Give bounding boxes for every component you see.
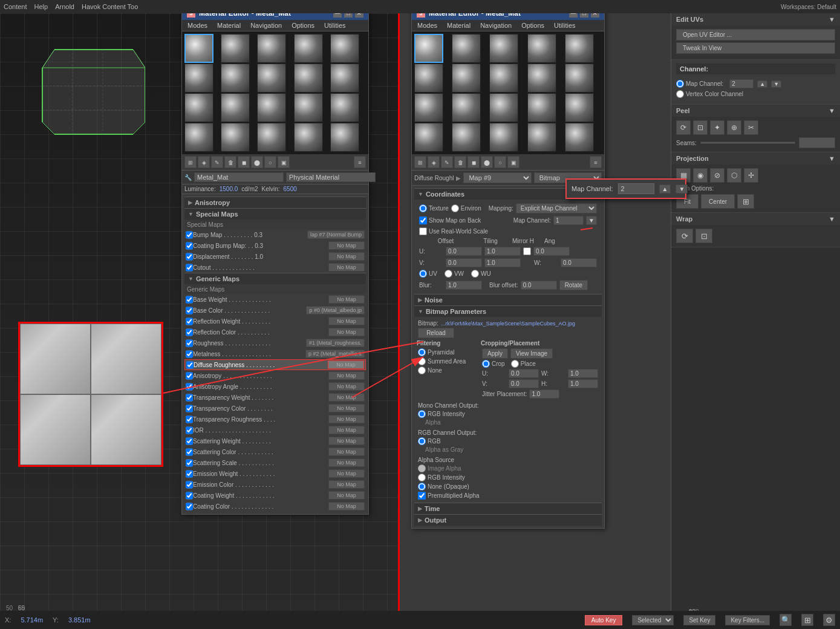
- rsphere-5[interactable]: [565, 34, 594, 63]
- diffuse-roughness-check[interactable]: [186, 361, 194, 369]
- rsphere-18[interactable]: [489, 123, 518, 152]
- coating-weight-check[interactable]: [186, 492, 193, 500]
- tb-btn-7[interactable]: ○: [264, 156, 276, 168]
- premultiplied-check[interactable]: [418, 492, 426, 500]
- sphere-9[interactable]: [294, 64, 323, 93]
- metalness-btn[interactable]: p #2 (Metal_metallic.It: [305, 350, 365, 358]
- rsphere-15[interactable]: [565, 93, 594, 122]
- rotate-btn[interactable]: Rotate: [559, 280, 588, 290]
- tb-btn-options[interactable]: ≡: [354, 156, 366, 168]
- summed-area-radio[interactable]: [418, 357, 426, 365]
- peel-icon-5[interactable]: ✂: [744, 120, 758, 135]
- map-channel-popup-down[interactable]: ▼: [676, 184, 688, 194]
- rsphere-1[interactable]: [414, 34, 443, 63]
- base-color-btn[interactable]: p #0 (Metal_albedo.jp: [306, 306, 365, 314]
- tb-btn-2[interactable]: ◈: [198, 156, 210, 168]
- image-alpha-radio[interactable]: [418, 464, 426, 472]
- map-channel-input[interactable]: [553, 216, 584, 225]
- rsphere-9[interactable]: [527, 64, 556, 93]
- proj-icon-4[interactable]: ⬡: [727, 168, 741, 183]
- noise-section-header[interactable]: ▶ Noise: [414, 294, 602, 305]
- sphere-12[interactable]: [221, 93, 250, 122]
- menu-modes-right[interactable]: Modes: [415, 21, 439, 30]
- sphere-6[interactable]: [184, 64, 213, 93]
- scatter-scale-check[interactable]: [186, 459, 193, 467]
- menu-options-left[interactable]: Options: [290, 21, 316, 30]
- rgb-intensity-radio[interactable]: [418, 410, 426, 418]
- cp-w-input[interactable]: [568, 369, 598, 378]
- rsphere-16[interactable]: [414, 123, 443, 152]
- wrap-icon-2[interactable]: ⊡: [695, 229, 712, 243]
- apply-btn[interactable]: Apply: [482, 348, 508, 359]
- menu-material-left[interactable]: Material: [215, 21, 243, 30]
- coating-bump-check[interactable]: [186, 242, 193, 250]
- center-btn[interactable]: Center: [701, 194, 735, 209]
- vw-radio[interactable]: [444, 270, 452, 278]
- rsphere-14[interactable]: [527, 93, 556, 122]
- peel-icon-1[interactable]: ⟳: [676, 120, 691, 135]
- rsphere-12[interactable]: [452, 93, 481, 122]
- edit-uvs-header[interactable]: Edit UVs ▼: [671, 13, 840, 25]
- blur-offset-input[interactable]: [521, 281, 557, 290]
- rsphere-3[interactable]: [489, 34, 518, 63]
- u-angle-input[interactable]: [533, 247, 570, 256]
- refl-weight-check[interactable]: [186, 318, 193, 325]
- rtb-btn-7[interactable]: ○: [494, 156, 506, 168]
- trans-color-check[interactable]: [186, 405, 193, 412]
- menu-arnold[interactable]: Arnold: [55, 3, 74, 10]
- sphere-11[interactable]: [184, 93, 213, 122]
- v-tiling-input[interactable]: [484, 258, 521, 267]
- tb-btn-6[interactable]: ⬤: [251, 156, 263, 168]
- emission-weight-btn[interactable]: No Map: [328, 469, 365, 478]
- wrap-icon-1[interactable]: ⟳: [676, 229, 693, 243]
- none-opaque-radio[interactable]: [418, 483, 426, 490]
- menu-help[interactable]: Help: [34, 3, 48, 10]
- map-channel-dropdown-btn[interactable]: ▼: [586, 216, 597, 225]
- ior-btn[interactable]: No Map: [328, 426, 365, 434]
- rsphere-10[interactable]: [565, 64, 594, 93]
- map-channel-popup-up[interactable]: ▲: [659, 184, 671, 194]
- peel-icon-4[interactable]: ⊕: [727, 120, 741, 135]
- cp-h-input[interactable]: [568, 379, 598, 388]
- anisotropy-angle-check[interactable]: [186, 383, 193, 391]
- anisotropy-map-check[interactable]: [186, 372, 193, 380]
- reload-btn[interactable]: Reload: [418, 328, 454, 338]
- real-world-check[interactable]: [419, 227, 427, 235]
- cutout-btn[interactable]: No Map: [328, 263, 365, 272]
- trans-color-btn[interactable]: No Map: [328, 404, 365, 412]
- roughness-check[interactable]: [186, 339, 193, 347]
- cp-v-input[interactable]: [509, 379, 539, 388]
- sphere-18[interactable]: [257, 123, 286, 152]
- rsphere-4[interactable]: [527, 34, 556, 63]
- seams-selector[interactable]: [799, 137, 835, 148]
- cutout-check[interactable]: [186, 264, 193, 272]
- proj-extra-btn[interactable]: ⊞: [737, 194, 754, 209]
- uv-radio[interactable]: [419, 270, 427, 278]
- rgb-radio[interactable]: [418, 437, 426, 445]
- map-channel-spinup[interactable]: ▲: [757, 80, 767, 88]
- bump-map-btn[interactable]: lap #7 (Normal Bump: [307, 230, 365, 239]
- mapping-dropdown[interactable]: Explicit Map Channel: [516, 203, 597, 213]
- open-uv-editor-btn[interactable]: Open UV Editor ...: [676, 29, 835, 41]
- scatter-color-check[interactable]: [186, 448, 193, 456]
- refl-color-btn[interactable]: No Map: [328, 328, 365, 336]
- tb-btn-3[interactable]: ✎: [211, 156, 223, 168]
- emission-color-btn[interactable]: No Map: [328, 480, 365, 489]
- map-number-select[interactable]: Map #9: [463, 172, 531, 183]
- projection-header[interactable]: Projection ▼: [671, 152, 840, 165]
- sphere-15[interactable]: [330, 93, 359, 122]
- sphere-13[interactable]: [257, 93, 286, 122]
- trans-rough-check[interactable]: [186, 416, 193, 423]
- proj-icon-5[interactable]: ✢: [744, 168, 758, 183]
- mat-type-input[interactable]: [286, 172, 376, 182]
- displacement-btn[interactable]: No Map: [328, 252, 365, 261]
- rsphere-11[interactable]: [414, 93, 443, 122]
- vertex-color-radio[interactable]: [676, 90, 684, 98]
- none-radio[interactable]: [418, 367, 426, 374]
- timeline-icon-btn[interactable]: ⊞: [801, 614, 813, 626]
- anisotropy-map-btn[interactable]: No Map: [328, 371, 365, 380]
- tb-btn-4[interactable]: 🗑: [224, 156, 236, 168]
- rsphere-13[interactable]: [489, 93, 518, 122]
- base-color-check[interactable]: [186, 307, 193, 314]
- scatter-scale-btn[interactable]: No Map: [328, 458, 365, 467]
